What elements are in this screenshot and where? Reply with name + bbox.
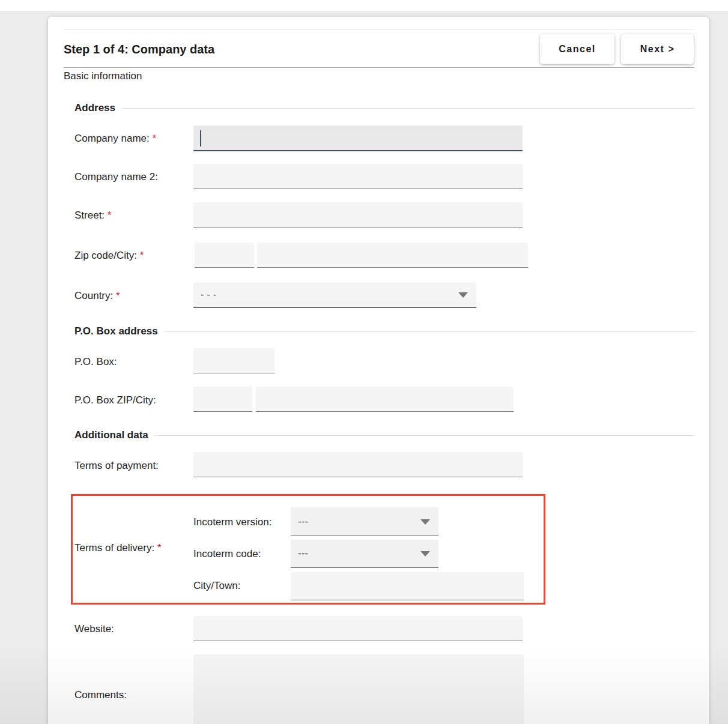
incoterm-version-select[interactable]: --- [291, 507, 438, 536]
terms-of-payment-label: Terms of payment: [74, 460, 159, 472]
po-city-input[interactable] [256, 387, 514, 412]
title-divider [64, 67, 694, 68]
country-select-value: - - - [201, 289, 216, 301]
city-input[interactable] [257, 243, 528, 268]
city-town-label: City/Town: [193, 580, 240, 592]
section-rule [121, 108, 694, 109]
chevron-down-icon [420, 551, 430, 557]
card-top-divider [64, 29, 694, 29]
country-select[interactable]: - - - [193, 282, 476, 308]
company-name2-input[interactable] [193, 164, 523, 189]
cancel-button[interactable]: Cancel [540, 34, 614, 64]
website-label: Website: [74, 623, 114, 635]
page-title: Step 1 of 4: Company data [64, 43, 214, 56]
comments-label: Comments: [74, 689, 127, 701]
section-address-title: Address [74, 102, 115, 114]
website-input[interactable] [193, 616, 523, 641]
required-asterisk: * [108, 210, 112, 221]
city-town-input[interactable] [291, 572, 524, 600]
zip-code-input[interactable] [195, 243, 254, 268]
section-address: Address [74, 102, 694, 114]
po-box-label: P.O. Box: [74, 356, 117, 368]
next-button[interactable]: Next > [621, 34, 694, 64]
po-zip-input[interactable] [193, 387, 252, 412]
incoterm-version-value: --- [298, 516, 308, 528]
section-rule [164, 331, 694, 332]
chevron-down-icon [420, 519, 430, 525]
required-asterisk: * [140, 250, 144, 261]
po-zip-city-label: P.O. Box ZIP/City: [74, 394, 156, 406]
company-name2-label: Company name 2: [74, 171, 158, 183]
street-input[interactable] [193, 202, 523, 228]
company-name-input[interactable] [193, 125, 523, 151]
terms-of-delivery-label: Terms of delivery: * [74, 542, 162, 554]
section-po-box: P.O. Box address [74, 325, 694, 337]
required-asterisk: * [152, 133, 156, 144]
incoterm-code-label: Incoterm code: [193, 548, 261, 560]
wizard-card: Step 1 of 4: Company data Cancel Next > … [48, 17, 709, 724]
po-box-input[interactable] [193, 348, 275, 373]
incoterm-code-select[interactable]: --- [291, 540, 438, 568]
section-additional-title: Additional data [74, 429, 148, 441]
required-asterisk: * [157, 542, 162, 554]
section-additional: Additional data [74, 429, 694, 441]
terms-of-payment-input[interactable] [193, 452, 523, 477]
street-label: Street: * [74, 210, 111, 222]
incoterm-version-label: Incoterm version: [193, 516, 271, 528]
chevron-down-icon [458, 292, 468, 298]
comments-textarea[interactable] [193, 654, 524, 724]
section-po-box-title: P.O. Box address [74, 325, 158, 337]
required-asterisk: * [116, 290, 120, 301]
section-rule [154, 435, 694, 436]
country-label: Country: * [74, 290, 120, 302]
zip-city-label: Zip code/City: * [74, 250, 144, 262]
basic-information-label: Basic information [64, 70, 142, 82]
incoterm-code-value: --- [298, 548, 308, 560]
company-name-label: Company name: * [74, 133, 156, 145]
text-caret [200, 130, 201, 146]
